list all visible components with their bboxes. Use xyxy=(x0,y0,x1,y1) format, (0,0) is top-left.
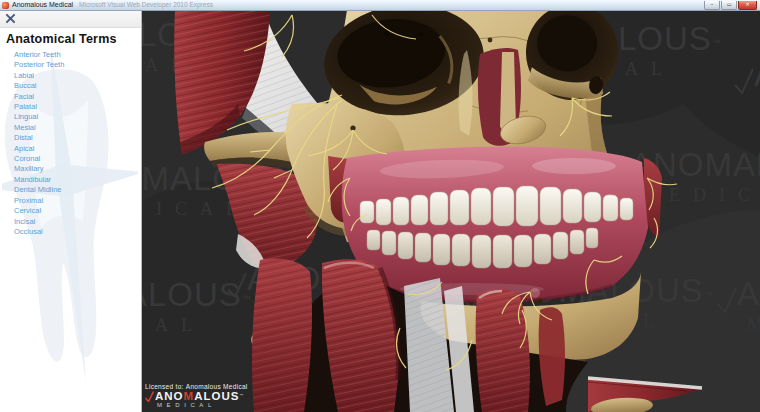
anatomical-terms-list: Anterior Teeth Posterior Teeth Labial Bu… xyxy=(14,50,64,237)
navigation-compass-icon[interactable] xyxy=(4,12,17,25)
term-incisal[interactable]: Incisal xyxy=(14,217,64,227)
close-button[interactable]: ✕ xyxy=(738,1,757,10)
term-facial[interactable]: Facial xyxy=(14,92,64,102)
term-cervical[interactable]: Cervical xyxy=(14,206,64,216)
title-bar[interactable]: Anomalous Medical Microsoft Visual Web D… xyxy=(0,0,760,11)
temporalis-muscle xyxy=(174,10,270,154)
term-apical[interactable]: Apical xyxy=(14,144,64,154)
anomalous-medical-window: { "window": { "title": "Anomalous Medica… xyxy=(0,0,760,412)
term-occlusal[interactable]: Occlusal xyxy=(14,227,64,237)
anatomy-model xyxy=(142,10,760,412)
term-dental-midline[interactable]: Dental Midline xyxy=(14,185,64,195)
window-title: Anomalous Medical xyxy=(12,0,73,10)
anomalous-logo: ANOMALOUS™ xyxy=(145,390,248,402)
term-coronal[interactable]: Coronal xyxy=(14,154,64,164)
term-distal[interactable]: Distal xyxy=(14,133,64,143)
app-icon xyxy=(2,2,9,9)
minimize-button[interactable]: – xyxy=(704,1,720,10)
term-palatal[interactable]: Palatal xyxy=(14,102,64,112)
anomalous-logo-medical: MEDICAL xyxy=(157,402,248,408)
shoulder-muscle xyxy=(588,378,702,412)
term-anterior-teeth[interactable]: Anterior Teeth xyxy=(14,50,64,60)
maximize-button[interactable]: ▭ xyxy=(721,1,737,10)
term-mandibular[interactable]: Mandibular xyxy=(14,175,64,185)
background-window-title: Microsoft Visual Web Developer 2010 Expr… xyxy=(79,0,213,10)
term-lingual[interactable]: Lingual xyxy=(14,112,64,122)
license-block: Licensed to: Anomalous Medical ANOMALOUS… xyxy=(145,383,248,408)
panel-toolbar xyxy=(0,10,141,28)
viewport-3d[interactable]: ANOMALOUS™ MEDICAL ANOMALOUS™ MEDICAL AN… xyxy=(142,10,760,412)
anatomical-terms-panel: Anatomical Terms Anterior Teeth Posterio… xyxy=(0,10,142,412)
panel-title: Anatomical Terms xyxy=(6,32,117,46)
window-controls: – ▭ ✕ xyxy=(703,1,757,10)
term-proximal[interactable]: Proximal xyxy=(14,196,64,206)
term-maxillary[interactable]: Maxillary xyxy=(14,164,64,174)
term-mesial[interactable]: Mesial xyxy=(14,123,64,133)
term-buccal[interactable]: Buccal xyxy=(14,81,64,91)
license-text: Licensed to: Anomalous Medical xyxy=(145,383,248,390)
logo-swoosh-icon xyxy=(145,391,154,402)
term-labial[interactable]: Labial xyxy=(14,71,64,81)
term-posterior-teeth[interactable]: Posterior Teeth xyxy=(14,60,64,70)
